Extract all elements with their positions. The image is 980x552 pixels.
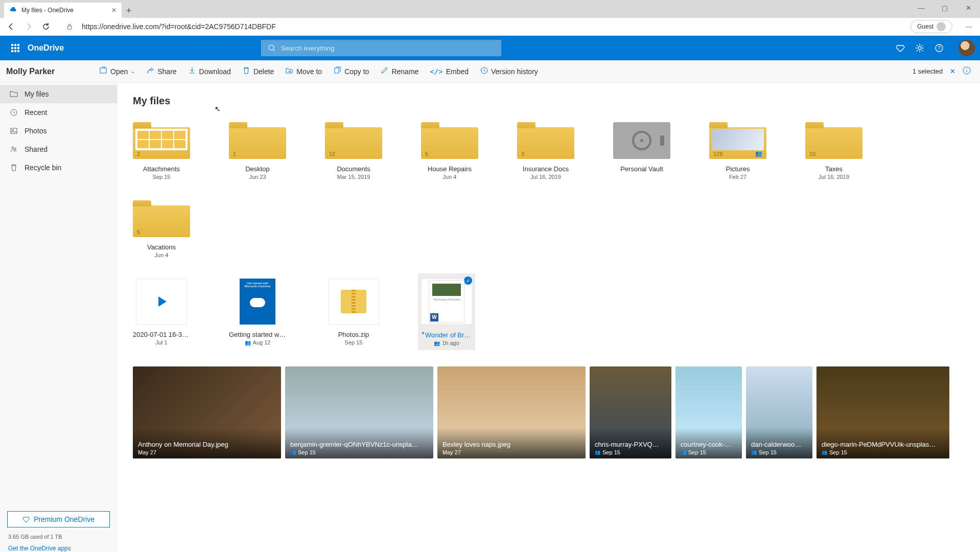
refresh-button[interactable]	[41, 22, 51, 31]
photo-card[interactable]: Anthony on Memorial Day.jpegMay 27	[133, 366, 281, 458]
file-date: Aug 12	[253, 339, 271, 346]
get-apps-link[interactable]: Get the OneDrive apps	[0, 545, 117, 552]
forward-button[interactable]	[24, 22, 34, 31]
page-title: My files	[133, 95, 965, 107]
nav-shared[interactable]: Shared	[0, 140, 117, 158]
rename-button[interactable]: Rename	[380, 66, 418, 76]
folder-tile[interactable]: Personal Vault	[613, 122, 670, 180]
item-count: 10	[809, 151, 815, 157]
settings-button[interactable]	[915, 43, 925, 53]
file-name: ✦Wonder of Brazil.docx	[421, 331, 472, 339]
folder-date: Sep 15	[133, 174, 190, 180]
help-button[interactable]: ?	[934, 43, 944, 53]
move-to-button[interactable]: Move to	[285, 66, 322, 76]
onedrive-icon	[9, 6, 17, 14]
file-date: 1h ago	[442, 340, 459, 346]
photos-icon	[9, 126, 18, 135]
copy-to-button[interactable]: Copy to	[333, 66, 369, 76]
shared-indicator-icon: 👥	[751, 450, 757, 455]
copy-icon	[333, 66, 341, 76]
embed-button[interactable]: </>Embed	[430, 67, 469, 76]
word-icon: W	[430, 313, 438, 321]
file-name: Photos.zip	[325, 331, 382, 338]
folder-tile[interactable]: 1DesktopJun 23	[229, 122, 286, 180]
photo-card[interactable]: chris-murray-PXVQ…👥Sep 15	[590, 366, 671, 458]
folder-tile[interactable]: 128👥PicturesFeb 27	[709, 122, 766, 180]
content-area: My files 2AttachmentsSep 151DesktopJun 2…	[118, 83, 980, 552]
photo-date: Sep 15	[759, 449, 777, 455]
search-placeholder: Search everything	[281, 44, 335, 52]
shared-indicator-icon: 👥	[822, 450, 827, 455]
folder-icon: 5	[133, 205, 190, 237]
brand-name[interactable]: OneDrive	[28, 43, 64, 53]
premium-diamond-icon[interactable]	[895, 43, 905, 53]
url-text[interactable]: https://onedrive.live.com/?id=root&cid=2…	[82, 22, 903, 31]
photo-card[interactable]: Bexley loves naps.jpegMay 27	[437, 366, 586, 458]
premium-button[interactable]: Premium OneDrive	[7, 511, 110, 527]
folder-name: House Repairs	[421, 165, 478, 173]
file-tile[interactable]: ✓The Amazon Rainforest...W✦Wonder of Bra…	[418, 273, 475, 350]
browser-tab[interactable]: My files - OneDrive ✕	[4, 3, 122, 18]
photo-card[interactable]: dan-calderwoo…👥Sep 15	[746, 366, 812, 458]
folder-date: Mar 15, 2019	[325, 174, 382, 180]
download-button[interactable]: Download	[188, 66, 231, 76]
gear-icon	[915, 43, 924, 53]
app-launcher[interactable]	[5, 38, 26, 58]
photo-date: May 27	[138, 449, 156, 455]
folder-date: Jun 4	[421, 174, 478, 180]
cursor-icon: ↖	[215, 105, 221, 113]
photo-card[interactable]: diego-marin-PeDMdPVVUik-unsplas…👥Sep 15	[816, 366, 949, 458]
file-tile[interactable]: Photos.zipSep 15	[325, 279, 382, 346]
photo-date: May 27	[442, 449, 461, 455]
folder-date: Jun 4	[133, 252, 190, 258]
back-button[interactable]	[6, 22, 16, 31]
open-button[interactable]: Open⌄	[99, 66, 135, 76]
photo-name: Anthony on Memorial Day.jpeg	[138, 441, 276, 448]
share-button[interactable]: Share	[146, 66, 176, 76]
version-history-button[interactable]: Version history	[480, 66, 538, 76]
guest-avatar-icon	[937, 22, 946, 31]
share-icon	[146, 66, 154, 76]
photo-card[interactable]: benjamin-gremler-qONhYBVNz1c-unspla…👥Sep…	[285, 366, 433, 458]
window-maximize[interactable]: ▢	[933, 0, 956, 15]
browser-menu-button[interactable]: ⋯	[964, 23, 974, 31]
user-avatar[interactable]	[959, 40, 975, 56]
folder-tile[interactable]: 5House RepairsJun 4	[421, 122, 478, 180]
diamond-icon	[22, 516, 30, 523]
file-tile[interactable]: 2020-07-01 16-35-10.m…Jul 1	[133, 279, 190, 346]
info-button[interactable]	[963, 66, 971, 76]
folder-tile[interactable]: 12DocumentsMar 15, 2019	[325, 122, 382, 180]
shared-indicator-icon: 👥	[245, 340, 251, 346]
folder-icon: 3	[517, 127, 574, 159]
folder-icon: 128👥	[709, 127, 766, 159]
nav-my-files[interactable]: My files	[0, 85, 117, 103]
window-close[interactable]: ✕	[956, 0, 980, 15]
nav-photos[interactable]: Photos	[0, 122, 117, 140]
open-icon	[99, 66, 107, 76]
close-tab-icon[interactable]: ✕	[111, 7, 116, 14]
search-icon	[268, 44, 276, 52]
profile-button[interactable]: Guest	[911, 20, 952, 33]
new-tab-button[interactable]: +	[122, 4, 136, 18]
photo-date: Sep 15	[688, 449, 706, 455]
shared-indicator-icon: 👥	[755, 150, 762, 157]
photo-name: benjamin-gremler-qONhYBVNz1c-unspla…	[290, 441, 428, 448]
svg-rect-6	[335, 68, 339, 73]
folder-tile[interactable]: 5VacationsJun 4	[133, 200, 190, 258]
folder-tile[interactable]: 3Insurance DocsJul 16, 2019	[517, 122, 574, 180]
folder-name: Personal Vault	[613, 165, 670, 173]
clear-selection-button[interactable]: ✕	[950, 67, 955, 75]
folder-tile[interactable]: 10TaxesJul 16, 2019	[805, 122, 862, 180]
clock-icon	[9, 108, 18, 117]
folder-tile[interactable]: 2AttachmentsSep 15	[133, 122, 190, 180]
photo-name: courtney-cook-…	[681, 441, 737, 448]
search-input[interactable]: Search everything	[261, 40, 501, 56]
file-tile[interactable]: Get started with Microsoft OneDriveGetti…	[229, 279, 286, 346]
command-bar: Molly Parker Open⌄ Share Download Delete…	[0, 60, 980, 83]
delete-button[interactable]: Delete	[242, 66, 274, 76]
nav-recent[interactable]: Recent	[0, 103, 117, 122]
nav-recycle-bin[interactable]: Recycle bin	[0, 158, 117, 177]
window-minimize[interactable]: —	[909, 0, 933, 15]
card-thumb: Get started with Microsoft OneDrive	[232, 279, 283, 325]
photo-card[interactable]: courtney-cook-…👥Sep 15	[675, 366, 742, 458]
